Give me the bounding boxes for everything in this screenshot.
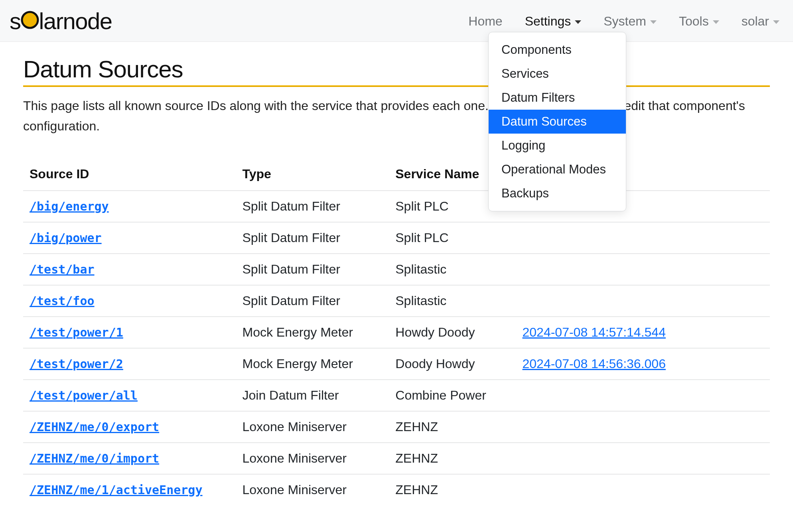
source-id-link[interactable]: /test/power/1 xyxy=(30,325,123,339)
cell-service-name: ZEHNZ xyxy=(389,474,516,505)
nav-item-system[interactable]: System xyxy=(604,14,657,29)
table-row: /test/power/2Mock Energy MeterDoody Howd… xyxy=(23,348,770,380)
cell-publish-date xyxy=(516,411,770,443)
cell-publish-date xyxy=(516,380,770,411)
cell-type: Join Datum Filter xyxy=(236,380,389,411)
table-row: /test/fooSplit Datum FilterSplitastic xyxy=(23,285,770,317)
nav-item-solar[interactable]: solar xyxy=(742,14,779,29)
brand-pre: s xyxy=(10,10,21,33)
publish-date-link[interactable]: 2024-07-08 14:56:36.006 xyxy=(523,357,666,371)
cell-type: Split Datum Filter xyxy=(236,285,389,317)
settings-dropdown: ComponentsServicesDatum FiltersDatum Sou… xyxy=(488,32,626,211)
cell-publish-date xyxy=(516,254,770,285)
cell-service-name: ZEHNZ xyxy=(389,443,516,474)
nav-item-label: Home xyxy=(468,14,502,29)
cell-publish-date xyxy=(516,285,770,317)
navbar: s larnode HomeSettingsSystemToolssolar xyxy=(0,0,793,42)
table-row: /test/barSplit Datum FilterSplitastic xyxy=(23,254,770,285)
dropdown-item-datum-filters[interactable]: Datum Filters xyxy=(489,86,626,110)
publish-date-link[interactable]: 2024-07-08 14:57:14.544 xyxy=(523,325,666,339)
cell-service-name: ZEHNZ xyxy=(389,411,516,443)
chevron-down-icon xyxy=(650,20,657,24)
source-id-link[interactable]: /test/power/all xyxy=(30,388,138,402)
cell-service-name: Howdy Doody xyxy=(389,317,516,348)
cell-publish-date xyxy=(516,443,770,474)
cell-publish-date xyxy=(516,222,770,254)
cell-service-name: Splitastic xyxy=(389,285,516,317)
table-row: /ZEHNZ/me/0/importLoxone MiniserverZEHNZ xyxy=(23,443,770,474)
th-source-id: Source ID xyxy=(23,158,236,191)
cell-type: Split Datum Filter xyxy=(236,254,389,285)
cell-type: Loxone Miniserver xyxy=(236,411,389,443)
table-row: /ZEHNZ/me/1/activeEnergyLoxone Miniserve… xyxy=(23,474,770,505)
cell-service-name: Split PLC xyxy=(389,222,516,254)
source-id-link[interactable]: /ZEHNZ/me/0/export xyxy=(30,420,159,434)
datum-sources-table: Source ID Type Service Name Publish Date… xyxy=(23,158,770,505)
svg-point-0 xyxy=(22,12,38,28)
chevron-down-icon xyxy=(575,20,581,24)
chevron-down-icon xyxy=(713,20,719,24)
nav-items: HomeSettingsSystemToolssolar xyxy=(468,14,779,29)
dropdown-item-logging[interactable]: Logging xyxy=(489,134,626,158)
nav-item-settings[interactable]: Settings xyxy=(525,14,582,29)
nav-item-label: solar xyxy=(742,14,769,29)
cell-publish-date xyxy=(516,474,770,505)
table-row: /big/energySplit Datum FilterSplit PLC xyxy=(23,191,770,222)
cell-service-name: Doody Howdy xyxy=(389,348,516,380)
source-id-link[interactable]: /test/bar xyxy=(30,262,95,276)
cell-type: Mock Energy Meter xyxy=(236,317,389,348)
page-title: Datum Sources xyxy=(23,55,770,83)
page-body: Datum Sources This page lists all known … xyxy=(0,42,793,505)
dropdown-item-components[interactable]: Components xyxy=(489,38,626,62)
cell-publish-date: 2024-07-08 14:57:14.544 xyxy=(516,317,770,348)
source-id-link[interactable]: /test/foo xyxy=(30,294,95,308)
brand-post: larnode xyxy=(39,10,112,33)
cell-publish-date: 2024-07-08 14:56:36.006 xyxy=(516,348,770,380)
cell-service-name: Combine Power xyxy=(389,380,516,411)
nav-item-label: Tools xyxy=(679,14,709,29)
source-id-link[interactable]: /big/power xyxy=(30,231,102,245)
source-id-link[interactable]: /test/power/2 xyxy=(30,357,123,371)
source-id-link[interactable]: /big/energy xyxy=(30,199,109,213)
page-description: This page lists all known source IDs alo… xyxy=(23,96,770,136)
table-row: /test/power/1Mock Energy MeterHowdy Dood… xyxy=(23,317,770,348)
table-row: /big/powerSplit Datum FilterSplit PLC xyxy=(23,222,770,254)
source-id-link[interactable]: /ZEHNZ/me/1/activeEnergy xyxy=(30,483,202,497)
table-row: /test/power/allJoin Datum FilterCombine … xyxy=(23,380,770,411)
dropdown-item-services[interactable]: Services xyxy=(489,62,626,86)
nav-item-label: Settings xyxy=(525,14,571,29)
chevron-down-icon xyxy=(773,20,779,24)
cell-type: Split Datum Filter xyxy=(236,191,389,222)
dropdown-item-datum-sources[interactable]: Datum Sources xyxy=(489,110,626,134)
nav-item-home[interactable]: Home xyxy=(468,14,502,29)
brand-o-icon xyxy=(21,10,39,33)
table-row: /ZEHNZ/me/0/exportLoxone MiniserverZEHNZ xyxy=(23,411,770,443)
th-type: Type xyxy=(236,158,389,191)
cell-type: Loxone Miniserver xyxy=(236,443,389,474)
cell-type: Split Datum Filter xyxy=(236,222,389,254)
source-id-link[interactable]: /ZEHNZ/me/0/import xyxy=(30,451,159,465)
nav-item-label: System xyxy=(604,14,646,29)
cell-service-name: Splitastic xyxy=(389,254,516,285)
brand-logo[interactable]: s larnode xyxy=(10,10,112,33)
nav-item-tools[interactable]: Tools xyxy=(679,14,719,29)
title-rule xyxy=(23,85,770,87)
dropdown-item-backups[interactable]: Backups xyxy=(489,181,626,205)
cell-type: Loxone Miniserver xyxy=(236,474,389,505)
cell-type: Mock Energy Meter xyxy=(236,348,389,380)
dropdown-item-operational-modes[interactable]: Operational Modes xyxy=(489,158,626,181)
